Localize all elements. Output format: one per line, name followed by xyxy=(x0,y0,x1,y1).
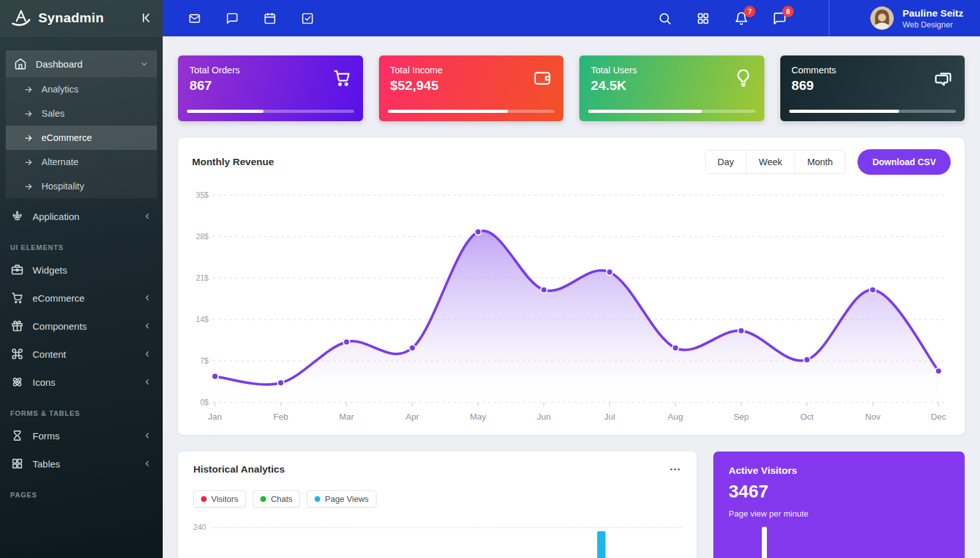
sidebar-item-dashboard[interactable]: Dashboard xyxy=(6,50,157,77)
hourglass-icon xyxy=(11,429,24,442)
sidebar-item-hospitality[interactable]: Hospitality xyxy=(6,174,157,198)
brand-logo-icon xyxy=(10,8,32,27)
sidebar-item-forms[interactable]: Forms xyxy=(0,422,163,450)
active-visitors-bar xyxy=(762,527,767,558)
monthly-revenue-card: Monthly Revenue DayWeekMonth Download CS… xyxy=(178,138,965,435)
messages-icon[interactable]: 8 xyxy=(773,11,787,26)
notifications-bell-icon[interactable]: 7 xyxy=(734,11,748,26)
svg-text:Feb: Feb xyxy=(273,412,288,422)
bottom-row: Historical Analytics Visitors Chats Page… xyxy=(178,452,965,558)
stat-card-total-orders: Total Orders 867 xyxy=(178,55,363,121)
sidebar-item-alternate[interactable]: Alternate xyxy=(6,150,157,174)
svg-text:Jan: Jan xyxy=(208,412,222,422)
arrow-right-icon xyxy=(24,109,33,119)
stat-progress xyxy=(789,110,956,113)
topbar-right: 7 8 Pauline Seitz xyxy=(658,0,980,36)
arrow-right-icon xyxy=(24,182,33,191)
svg-text:35$: 35$ xyxy=(196,191,209,200)
svg-text:Nov: Nov xyxy=(865,412,880,422)
svg-text:14$: 14$ xyxy=(196,315,209,324)
topbar-quick-icons xyxy=(188,12,314,25)
sidebar-item-ecommerce[interactable]: eCommerce xyxy=(0,284,163,312)
stat-label: Comments xyxy=(792,65,954,75)
dashboard-group: Dashboard Analytics Sales eCommerce Alte… xyxy=(6,50,157,198)
stat-label: Total Income xyxy=(390,65,553,75)
check-square-icon[interactable] xyxy=(301,12,314,25)
user-menu[interactable]: Pauline Seitz Web Designer xyxy=(854,6,979,30)
chevron-left-icon xyxy=(143,293,152,302)
home-icon xyxy=(14,57,27,70)
stat-progress xyxy=(588,110,755,113)
stat-label: Total Orders xyxy=(189,65,352,75)
sidebar-item-ecommerce[interactable]: eCommerce xyxy=(6,126,157,150)
range-tab-day[interactable]: Day xyxy=(706,151,747,173)
stat-value: 24.5K xyxy=(591,78,753,93)
revenue-chart-svg: 0$ 7$ 14$ 21$ 28$ 35$ Jan Feb Mar Apr Ma… xyxy=(192,177,947,432)
range-tab-month[interactable]: Month xyxy=(795,151,845,173)
svg-text:Jun: Jun xyxy=(537,412,551,422)
cart-icon xyxy=(332,68,352,87)
svg-text:7$: 7$ xyxy=(200,356,209,365)
chevron-left-icon xyxy=(143,349,152,358)
topbar-divider xyxy=(829,0,829,36)
sidebar-item-application[interactable]: Application xyxy=(0,202,163,230)
sidebar-item-sales[interactable]: Sales xyxy=(6,101,157,126)
sidebar-item-components[interactable]: Components xyxy=(0,312,163,340)
atom-icon xyxy=(11,376,24,388)
chat-icon[interactable] xyxy=(226,12,239,25)
command-icon xyxy=(11,348,24,360)
user-role: Web Designer xyxy=(902,20,963,29)
main-area: 7 8 Pauline Seitz xyxy=(163,0,980,558)
sidebar-nav: Dashboard Analytics Sales eCommerce Alte… xyxy=(0,36,163,558)
active-visitors-value: 3467 xyxy=(729,481,949,502)
svg-text:Aug: Aug xyxy=(668,412,683,422)
legend-visitors[interactable]: Visitors xyxy=(193,490,246,508)
legend-dot xyxy=(201,496,207,502)
sidebar-item-content[interactable]: Content xyxy=(0,340,163,368)
sidebar-item-widgets[interactable]: Widgets xyxy=(0,256,163,284)
historical-analytics-card: Historical Analytics Visitors Chats Page… xyxy=(178,452,697,558)
calendar-icon[interactable] xyxy=(264,12,276,25)
chevron-left-icon xyxy=(143,321,152,330)
stat-value: $52,945 xyxy=(390,78,553,93)
svg-text:Mar: Mar xyxy=(339,412,355,422)
avatar xyxy=(870,6,894,30)
chevron-left-icon xyxy=(143,378,152,386)
svg-text:Dec: Dec xyxy=(931,412,946,422)
chevron-down-icon xyxy=(140,59,149,68)
svg-text:Oct: Oct xyxy=(800,412,813,422)
section-label-pages: PAGES xyxy=(0,478,163,503)
apps-grid-icon[interactable] xyxy=(696,11,710,26)
legend-page-views[interactable]: Page Views xyxy=(307,490,376,508)
range-tab-week[interactable]: Week xyxy=(746,151,795,173)
stat-progress xyxy=(187,110,354,113)
legend-dot xyxy=(260,496,266,502)
sidebar-item-analytics[interactable]: Analytics xyxy=(6,77,157,101)
legend-chats[interactable]: Chats xyxy=(253,490,300,508)
range-tab-group: DayWeekMonth xyxy=(705,150,846,174)
notifications-badge: 7 xyxy=(744,6,755,17)
sidebar-collapse-icon[interactable] xyxy=(140,11,152,24)
brand-name: Synadmin xyxy=(38,10,104,26)
svg-text:28$: 28$ xyxy=(196,232,209,241)
ellipsis-menu-icon[interactable] xyxy=(669,463,681,476)
sidebar-item-icons[interactable]: Icons xyxy=(0,368,163,396)
stat-progress xyxy=(388,110,555,113)
stat-card-total-users: Total Users 24.5K xyxy=(579,55,764,121)
messages-badge: 8 xyxy=(782,6,794,17)
svg-text:Jul: Jul xyxy=(604,412,615,422)
revenue-title: Monthly Revenue xyxy=(192,156,274,168)
download-csv-button[interactable]: Download CSV xyxy=(858,149,951,175)
chat-double-icon xyxy=(934,68,953,87)
active-visitors-subtitle: Page view per minute xyxy=(729,509,949,518)
active-visitors-card: Active Visitors 3467 Page view per minut… xyxy=(713,452,965,558)
briefcase-icon xyxy=(11,263,24,276)
stat-card-total-income: Total Income $52,945 xyxy=(379,55,564,121)
search-icon[interactable] xyxy=(658,11,672,26)
active-visitors-title: Active Visitors xyxy=(729,465,949,476)
mail-icon[interactable] xyxy=(188,12,201,25)
chevron-left-icon xyxy=(143,459,152,468)
lightbulb-icon xyxy=(734,68,753,87)
cart-icon xyxy=(11,291,24,304)
sidebar-item-tables[interactable]: Tables xyxy=(0,450,163,478)
